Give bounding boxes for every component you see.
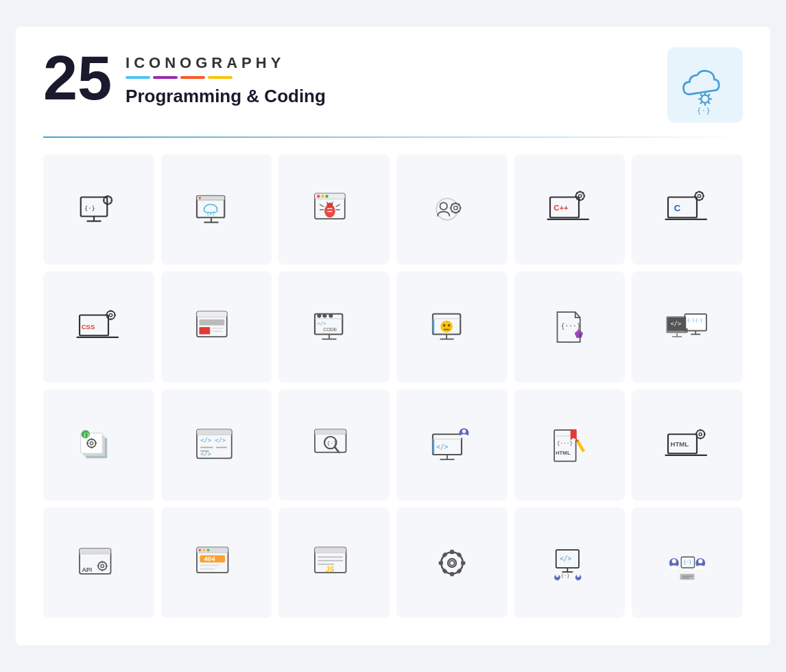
icon-cell-ruby-file: {···}: [514, 272, 626, 383]
icon-cell-team-code2: {·}: [632, 507, 743, 619]
svg-line-23: [320, 204, 324, 207]
svg-point-44: [698, 195, 700, 197]
main-container: 25 ICONOGRAPHY Programming & Coding: [16, 27, 770, 646]
search-code-icon: {·}: [310, 421, 358, 469]
svg-point-49: [109, 313, 112, 316]
svg-point-127: [696, 430, 704, 438]
svg-text:{·}: {·}: [697, 106, 711, 115]
js-browser-icon: JS: [310, 539, 358, 587]
svg-text:</>: </>: [671, 320, 682, 327]
icon-cell-gear-settings: [396, 507, 508, 619]
icon-cell-settings-layers: {}: [43, 389, 154, 501]
svg-rect-155: [450, 572, 453, 576]
icon-cell-cpp-laptop: C++: [514, 154, 626, 265]
cloud-gear-icon: {·}: [674, 54, 736, 116]
svg-point-170: [556, 574, 559, 577]
icon-cell-developer-monitor: </>: [396, 389, 508, 501]
team-code2-icon: {·}: [663, 539, 711, 587]
team-code-icon: </> {·}: [545, 539, 593, 587]
svg-text:</>: </>: [436, 443, 449, 451]
svg-text:HTML: HTML: [556, 450, 571, 456]
icon-cell-html-laptop: HTML: [632, 389, 743, 501]
svg-rect-103: [315, 429, 346, 434]
svg-point-132: [98, 562, 106, 570]
svg-text:{·}: {·}: [327, 440, 337, 446]
svg-line-107: [335, 446, 339, 452]
svg-point-162: [449, 560, 454, 565]
svg-point-10: [199, 197, 202, 200]
svg-text:⬤ ⬤ ⬤: ⬤ ⬤ ⬤: [317, 313, 333, 318]
svg-line-25: [336, 204, 340, 207]
code-browser-icon: </> </> </>: [192, 421, 240, 469]
svg-rect-53: [200, 320, 225, 326]
svg-point-128: [699, 433, 702, 435]
svg-text:HTML: HTML: [671, 440, 689, 448]
svg-text:CSS: CSS: [81, 323, 95, 331]
settings-layers-icon: {}: [75, 421, 123, 469]
svg-point-175: [672, 559, 676, 563]
icon-cell-api-browser: API: [43, 507, 154, 619]
svg-line-28: [332, 202, 333, 205]
svg-rect-156: [439, 561, 443, 564]
svg-text:CODE: CODE: [323, 327, 337, 332]
color-bars: [126, 76, 326, 79]
svg-point-138: [199, 549, 202, 551]
svg-point-32: [440, 203, 447, 211]
html-book-icon: {···} HTML: [545, 421, 593, 469]
icon-grid: {·} {·}: [43, 154, 743, 619]
svg-point-140: [207, 549, 210, 551]
api-browser-icon: API: [75, 539, 123, 587]
svg-text:</>: </>: [215, 436, 226, 443]
svg-text:{···}: {···}: [557, 440, 573, 446]
svg-text:404: 404: [204, 555, 216, 562]
icon-cell-404-browser: 404: [161, 507, 272, 619]
icon-cell-person-settings: [396, 154, 508, 265]
svg-text:{}: {}: [83, 432, 89, 438]
icon-cell-search-code: {·}: [278, 389, 390, 501]
header-divider: [43, 136, 743, 138]
bar-blue: [126, 76, 150, 79]
svg-text:</>: </>: [318, 322, 326, 327]
svg-point-0: [701, 95, 708, 102]
monitor-settings-icon: {·}: [75, 185, 123, 233]
svg-text:{·}: {·}: [84, 205, 95, 212]
svg-text:</>: </>: [560, 555, 572, 562]
svg-point-68: [440, 321, 453, 333]
subtitle: Programming & Coding: [126, 86, 326, 107]
svg-point-20: [325, 195, 328, 197]
svg-point-39: [579, 195, 582, 197]
svg-point-34: [453, 206, 457, 210]
icon-count: 25: [43, 47, 112, 109]
bug-browser-icon: [310, 185, 358, 233]
code-monitor2-icon: ⬤ ⬤ ⬤ </> CODE: [310, 303, 358, 351]
svg-text:</>: </>: [201, 451, 212, 457]
svg-rect-130: [80, 549, 111, 554]
icon-cell-face-monitor: [396, 272, 508, 383]
icon-cell-html-book: {···} HTML: [514, 389, 626, 501]
icon-cell-team-code: </> {·}: [514, 507, 626, 619]
svg-rect-180: [680, 573, 695, 579]
bar-orange: [180, 76, 205, 79]
svg-text:C++: C++: [554, 204, 569, 212]
svg-point-179: [698, 559, 702, 563]
svg-rect-157: [461, 561, 465, 564]
icon-cell-c-laptop: C: [632, 154, 743, 265]
bar-purple: [153, 76, 178, 79]
ruby-file-icon: {···}: [545, 303, 593, 351]
svg-text:{·}: {·}: [695, 317, 703, 322]
header-text: ICONOGRAPHY Programming & Coding: [126, 47, 326, 107]
icon-cell-browser-design: [161, 272, 272, 383]
icon-cell-monitor-settings: {·}: [43, 154, 154, 265]
css-laptop-icon: CSS: [75, 303, 123, 351]
svg-text:C: C: [674, 203, 681, 213]
person-settings-icon: [428, 185, 476, 233]
svg-text:API: API: [82, 566, 92, 573]
header-icon-box: {·}: [667, 47, 743, 123]
svg-text:{·}: {·}: [561, 573, 570, 579]
svg-text:</>: </>: [201, 436, 212, 443]
svg-text:{·}: {·}: [683, 559, 692, 564]
icon-cell-dual-monitor: {·} {·} </>: [632, 272, 743, 383]
icon-cell-css-laptop: CSS: [43, 272, 154, 383]
svg-point-172: [577, 574, 580, 577]
svg-text:{·}: {·}: [206, 211, 215, 217]
